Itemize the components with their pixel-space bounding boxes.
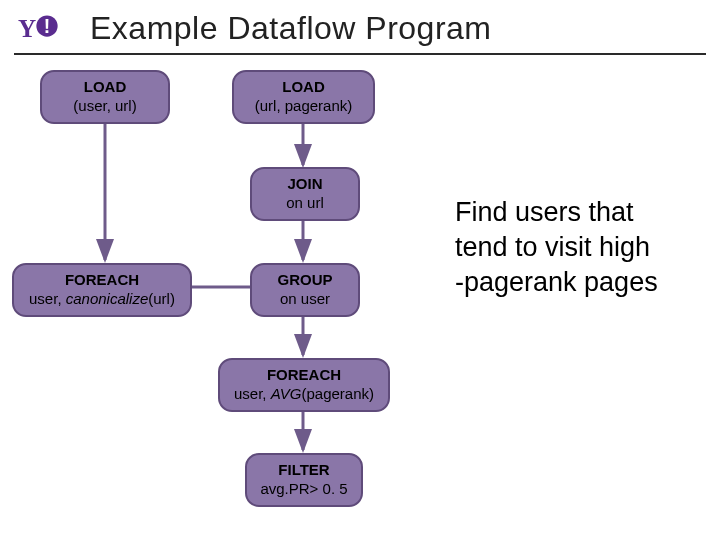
node-filter: FILTER avg.PR> 0. 5 bbox=[245, 453, 363, 507]
node-foreach-1: FOREACH user, canonicalize(url) bbox=[12, 263, 192, 317]
node-op: LOAD bbox=[52, 78, 158, 97]
node-op: FOREACH bbox=[230, 366, 378, 385]
slide-title: Example Dataflow Program bbox=[90, 10, 491, 47]
node-op: LOAD bbox=[244, 78, 363, 97]
annotation-text: Find users that tend to visit high -page… bbox=[455, 195, 658, 300]
node-op: GROUP bbox=[262, 271, 348, 290]
node-args: on user bbox=[262, 290, 348, 309]
node-load-1: LOAD (user, url) bbox=[40, 70, 170, 124]
node-op: FOREACH bbox=[24, 271, 180, 290]
node-group: GROUP on user bbox=[250, 263, 360, 317]
node-args: avg.PR> 0. 5 bbox=[257, 480, 351, 499]
node-args: (user, url) bbox=[52, 97, 158, 116]
yahoo-logo-icon: Y ! bbox=[18, 11, 76, 47]
node-foreach-2: FOREACH user, AVG(pagerank) bbox=[218, 358, 390, 412]
node-op: JOIN bbox=[262, 175, 348, 194]
node-op: FILTER bbox=[257, 461, 351, 480]
node-args: on url bbox=[262, 194, 348, 213]
node-join: JOIN on url bbox=[250, 167, 360, 221]
node-args: user, canonicalize(url) bbox=[24, 290, 180, 309]
diagram-canvas: LOAD (user, url) LOAD (url, pagerank) JO… bbox=[0, 55, 720, 531]
node-load-2: LOAD (url, pagerank) bbox=[232, 70, 375, 124]
slide-header: Y ! Example Dataflow Program bbox=[0, 0, 720, 53]
node-args: user, AVG(pagerank) bbox=[230, 385, 378, 404]
node-args: (url, pagerank) bbox=[244, 97, 363, 116]
svg-text:!: ! bbox=[44, 15, 50, 36]
svg-text:Y: Y bbox=[18, 14, 36, 41]
